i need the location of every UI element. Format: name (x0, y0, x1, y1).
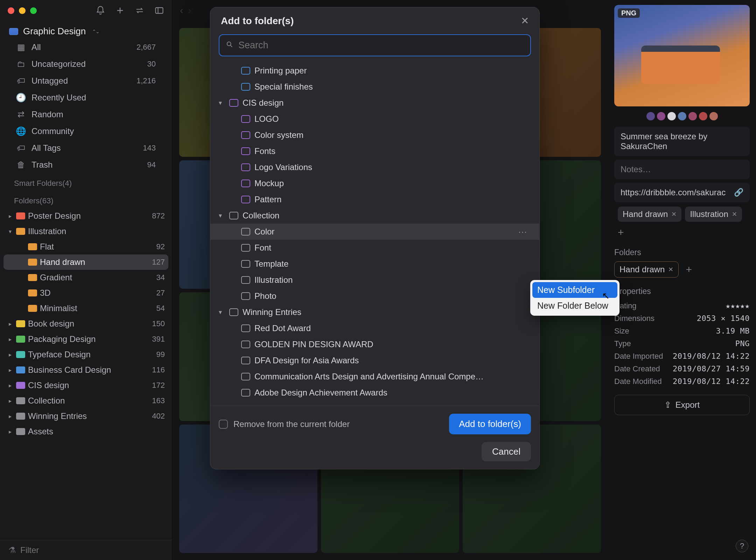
nav-untagged[interactable]: 🏷Untagged1,216 (4, 72, 168, 89)
transfer-icon[interactable] (135, 6, 145, 15)
chip-remove-icon[interactable]: ✕ (668, 266, 673, 273)
folder-icon (241, 244, 250, 252)
folder-3d[interactable]: 3D27 (4, 285, 168, 301)
modal-folder-special-finishes[interactable]: Special finishes (210, 79, 539, 95)
disclosure-icon[interactable]: ▸ (7, 367, 13, 373)
nav-all[interactable]: ▦All2,667 (4, 39, 168, 56)
folder-chip[interactable]: Hand drawn✕ (614, 261, 679, 278)
folder-gradient[interactable]: Gradient34 (4, 270, 168, 285)
nav-trash[interactable]: 🗑Trash94 (4, 156, 168, 173)
folder-packaging-design[interactable]: ▸Packaging Design391 (4, 331, 168, 347)
modal-folder-photo[interactable]: Photo (210, 288, 539, 304)
bell-icon[interactable] (96, 6, 105, 15)
filter-input[interactable] (20, 545, 163, 555)
modal-folder-pattern[interactable]: Pattern (210, 191, 539, 208)
folder-assets[interactable]: ▸Assets (4, 424, 168, 439)
disclosure-icon[interactable]: ▸ (7, 398, 13, 404)
folder-book-design[interactable]: ▸Book design150 (4, 316, 168, 331)
nav-recently-used[interactable]: 🕘Recently Used (4, 89, 168, 106)
disclosure-icon[interactable]: ▸ (7, 351, 13, 358)
cancel-button[interactable]: Cancel (482, 442, 531, 461)
add-folder-chip[interactable]: + (682, 261, 695, 278)
nav-uncategorized[interactable]: 🗀Uncategorized30 (4, 56, 168, 72)
export-button[interactable]: ⇪ Export (614, 395, 750, 415)
modal-folder-logo-variations[interactable]: Logo Variations (210, 159, 539, 175)
disclosure-icon[interactable]: ▾ (219, 212, 222, 219)
nav-random[interactable]: ⇄Random (4, 106, 168, 123)
modal-folder-logo[interactable]: LOGO (210, 111, 539, 127)
modal-folder-cis-design[interactable]: ▾CIS design (210, 95, 539, 111)
modal-folder-collection[interactable]: ▾Collection (210, 208, 539, 224)
search-input[interactable] (238, 40, 524, 51)
folder-icon (229, 212, 238, 219)
folder-cis-design[interactable]: ▸CIS design172 (4, 378, 168, 393)
link-icon[interactable]: 🔗 (734, 188, 743, 197)
folder-poster-design[interactable]: ▸Poster Design872 (4, 208, 168, 224)
close-window-button[interactable] (8, 7, 14, 14)
modal-folder-communication-arts-design-and-advertising-annual-compe-[interactable]: Communication Arts Design and Advertisin… (210, 369, 539, 385)
modal-folder-fonts[interactable]: Fonts (210, 143, 539, 159)
add-tag-chip[interactable]: + (614, 226, 628, 239)
modal-folder-adobe-design-achievement-awards[interactable]: Adobe Design Achievement Awards (210, 385, 539, 401)
minimize-window-button[interactable] (19, 7, 26, 14)
title-field[interactable]: Summer sea breeze by SakuraChen (614, 127, 750, 156)
disclosure-icon[interactable]: ▸ (7, 213, 13, 219)
swatch[interactable] (646, 112, 655, 120)
notes-field[interactable]: Notes… (614, 160, 750, 179)
modal-folder-golden-pin-design-award[interactable]: GOLDEN PIN DESIGN AWARD (210, 336, 539, 352)
modal-folder-font[interactable]: Font (210, 240, 539, 256)
folder-flat[interactable]: Flat92 (4, 239, 168, 254)
tag-chip[interactable]: Hand drawn✕ (618, 206, 681, 222)
nav-community[interactable]: 🌐Community (4, 123, 168, 140)
modal-search[interactable] (219, 34, 531, 56)
modal-folder-winning-entries[interactable]: ▾Winning Entries (210, 304, 539, 320)
disclosure-icon[interactable]: ▾ (219, 99, 222, 107)
chip-remove-icon[interactable]: ✕ (732, 210, 737, 218)
folder-minimalist[interactable]: Minimalist54 (4, 301, 168, 316)
chip-remove-icon[interactable]: ✕ (671, 210, 677, 218)
maximize-window-button[interactable] (30, 7, 37, 14)
swatch[interactable] (667, 112, 676, 120)
swatch[interactable] (678, 112, 686, 120)
modal-folder-printing-paper[interactable]: Printing paper (210, 63, 539, 79)
disclosure-icon[interactable]: ▾ (7, 228, 13, 235)
folder-business-card-design[interactable]: ▸Business Card Design116 (4, 362, 168, 378)
swatch[interactable] (657, 112, 665, 120)
plus-icon[interactable] (115, 6, 125, 15)
modal-folder-red-dot-award[interactable]: Red Dot Award (210, 320, 539, 336)
disclosure-icon[interactable]: ▸ (7, 428, 13, 435)
folder-collection[interactable]: ▸Collection163 (4, 393, 168, 408)
disclosure-icon[interactable]: ▸ (7, 321, 13, 327)
url-field[interactable]: https://dribbble.com/sakurac 🔗 (614, 183, 750, 202)
help-button[interactable]: ? (736, 540, 748, 552)
tag-chip[interactable]: Illustration✕ (685, 206, 742, 222)
modal-folder-illustration[interactable]: Illustration (210, 272, 539, 288)
disclosure-icon[interactable]: ▾ (219, 308, 222, 316)
disclosure-icon[interactable]: ▸ (7, 336, 13, 343)
nav-all-tags[interactable]: 🏷All Tags143 (4, 140, 168, 156)
modal-folder-template[interactable]: Template (210, 256, 539, 272)
sidebar-toggle-icon[interactable] (154, 6, 164, 15)
folder-icon (241, 228, 250, 236)
swatch[interactable] (699, 112, 707, 120)
folder-winning-entries[interactable]: ▸Winning Entries402 (4, 408, 168, 424)
disclosure-icon[interactable]: ▸ (7, 413, 13, 420)
library-selector[interactable]: Graphic Design ⌃⌄ (0, 21, 172, 39)
ctx-new-subfolder[interactable]: New Subfolder (532, 282, 617, 298)
swatch[interactable] (709, 112, 718, 120)
confirm-button[interactable]: Add to folder(s) (449, 414, 531, 434)
ctx-new-folder-below[interactable]: New Folder Below (532, 298, 617, 314)
swatch[interactable] (688, 112, 697, 120)
modal-folder-color-system[interactable]: Color system (210, 127, 539, 143)
close-icon[interactable]: ✕ (521, 15, 529, 27)
more-icon[interactable]: ··· (518, 227, 527, 237)
folder-illustration[interactable]: ▾Illustration (4, 224, 168, 239)
disclosure-icon[interactable]: ▸ (7, 382, 13, 389)
modal-folder-mockup[interactable]: Mockup (210, 175, 539, 191)
modal-folder-dfa-design-for-asia-awards[interactable]: DFA Design for Asia Awards (210, 352, 539, 369)
preview-image[interactable]: PNG (614, 5, 750, 106)
modal-folder-color[interactable]: Color··· (210, 224, 539, 240)
folder-typeface-design[interactable]: ▸Typeface Design99 (4, 347, 168, 362)
remove-checkbox[interactable] (219, 420, 228, 429)
folder-hand-drawn[interactable]: Hand drawn127 (4, 254, 168, 270)
